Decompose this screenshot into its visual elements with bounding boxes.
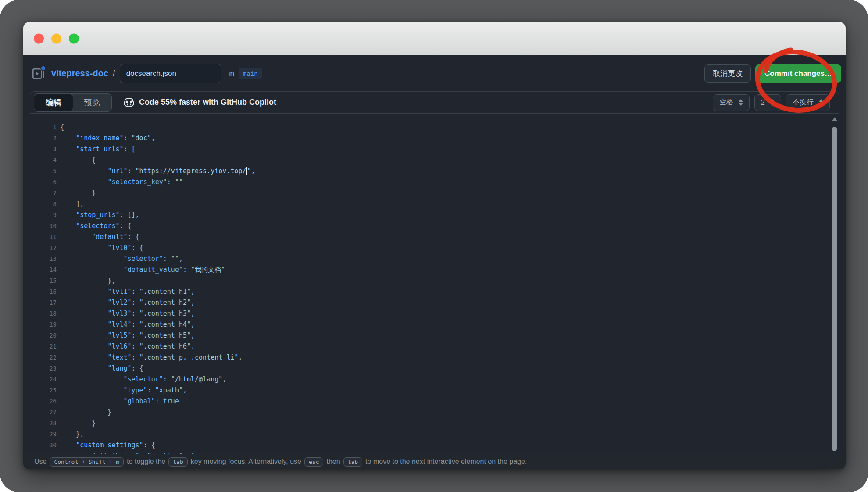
- code-token: [60, 397, 124, 405]
- window-titlebar: [23, 22, 846, 55]
- code-line[interactable]: 23 "lang": {: [30, 363, 831, 374]
- code-line[interactable]: 20 "lvl5": ".content h5",: [30, 330, 831, 341]
- indent-mode-select[interactable]: 空格: [713, 94, 750, 111]
- code-line[interactable]: 28 }: [30, 418, 831, 429]
- code-line-content: "selector": "",: [60, 253, 183, 264]
- editor-scrollbar[interactable]: [831, 115, 838, 453]
- code-line[interactable]: 22 "text": ".content p, .content li",: [30, 352, 831, 363]
- edit-preview-tabs: 编辑 预览: [34, 93, 112, 112]
- code-line[interactable]: 1{: [30, 122, 831, 133]
- code-line[interactable]: 7 }: [30, 188, 831, 199]
- code-token: ,: [222, 375, 226, 383]
- code-editor[interactable]: 1{2 "index_name": "doc",3 "start_urls": …: [30, 114, 831, 454]
- editor-panel: 编辑 预览 Code 55% faster with GitHub Copilo…: [30, 91, 839, 454]
- line-number: 21: [30, 341, 57, 352]
- chevron-updown-icon: [739, 99, 743, 106]
- code-line[interactable]: 16 "lvl1": ".content h1",: [30, 286, 831, 297]
- code-token: :: [132, 342, 139, 350]
- code-line[interactable]: 19 "lvl4": ".content h4",: [30, 319, 831, 330]
- line-number: 3: [30, 144, 57, 155]
- kbd-shortcut: tab: [343, 457, 362, 467]
- code-line[interactable]: 30 "custom_settings": {: [30, 440, 831, 451]
- code-line[interactable]: 24 "selector": "/html/@lang",: [30, 374, 831, 385]
- code-token: ".content h2": [139, 299, 191, 307]
- code-line[interactable]: 15 },: [30, 275, 831, 286]
- scrollbar-thumb[interactable]: [832, 127, 837, 451]
- code-line[interactable]: 9 "stop_urls": [],: [30, 210, 831, 221]
- code-line[interactable]: 27 }: [30, 407, 831, 418]
- line-number: 28: [30, 418, 57, 429]
- accessibility-hint-bar: UseControl + Shift + mto toggle thetabke…: [23, 454, 846, 469]
- line-number: 14: [30, 264, 57, 275]
- code-line[interactable]: 31 "attributesForFaceting": [: [30, 451, 831, 454]
- code-line[interactable]: 13 "selector": "",: [30, 253, 831, 264]
- code-token: ".content h6": [139, 342, 191, 350]
- zoom-window-button[interactable]: [69, 33, 79, 43]
- code-token: [60, 364, 107, 372]
- code-line-content: ],: [60, 199, 84, 210]
- code-line[interactable]: 3 "start_urls": [: [30, 144, 831, 155]
- code-token: ".content h1": [139, 288, 191, 296]
- code-token: [60, 167, 107, 175]
- repo-name-link[interactable]: vitepress-doc: [51, 68, 108, 78]
- close-window-button[interactable]: [34, 33, 44, 43]
- code-line[interactable]: 21 "lvl6": ".content h6",: [30, 341, 831, 352]
- copilot-banner[interactable]: Code 55% faster with GitHub Copilot: [123, 97, 276, 108]
- code-line[interactable]: 11 "default": {: [30, 232, 831, 242]
- code-line[interactable]: 6 "selectors_key": "": [30, 177, 831, 188]
- commit-changes-button[interactable]: Commit changes…: [755, 64, 841, 83]
- line-number: 23: [30, 363, 57, 374]
- code-line-content: "default_value": "我的文档": [60, 264, 225, 275]
- minimize-window-button[interactable]: [51, 33, 61, 43]
- filename-input[interactable]: [120, 64, 221, 83]
- code-token: [60, 211, 76, 219]
- code-line[interactable]: 8 ],: [30, 199, 831, 210]
- code-token: {: [60, 123, 64, 131]
- screenshot-background: vitepress-doc / in main 取消更改 Commit chan…: [0, 0, 868, 492]
- tab-edit[interactable]: 编辑: [34, 93, 73, 112]
- line-number: 2: [30, 133, 57, 144]
- file-editor-header: vitepress-doc / in main 取消更改 Commit chan…: [23, 56, 846, 91]
- code-token: ".content h5": [139, 332, 191, 339]
- kbd-shortcut: esc: [304, 457, 323, 467]
- code-token: ,: [191, 342, 195, 350]
- code-line[interactable]: 29 },: [30, 429, 831, 440]
- scrollbar-up-icon[interactable]: [832, 117, 837, 121]
- line-number: 25: [30, 385, 57, 396]
- tab-preview[interactable]: 预览: [73, 94, 111, 111]
- code-token: ".content p, .content li": [139, 353, 239, 361]
- code-token: "type": [124, 386, 147, 394]
- code-line[interactable]: 12 "lvl0": {: [30, 242, 831, 253]
- code-token: "text": [107, 353, 131, 361]
- wrap-mode-select[interactable]: 不换行: [786, 94, 830, 111]
- code-token: ,: [191, 288, 195, 296]
- line-number: 29: [30, 429, 57, 440]
- line-number: 12: [30, 242, 57, 253]
- code-line[interactable]: 5 "url": "https://vitepress.yiov.top/",: [30, 166, 831, 177]
- code-line[interactable]: 4 {: [30, 155, 831, 166]
- code-line[interactable]: 17 "lvl2": ".content h2",: [30, 297, 831, 308]
- code-token: [60, 233, 92, 241]
- cancel-changes-button[interactable]: 取消更改: [704, 64, 751, 83]
- branch-badge[interactable]: main: [239, 68, 262, 79]
- code-line-content: "text": ".content p, .content li",: [60, 352, 242, 363]
- code-line[interactable]: 14 "default_value": "我的文档": [30, 264, 831, 275]
- code-line[interactable]: 18 "lvl3": ".content h3",: [30, 308, 831, 319]
- code-line[interactable]: 26 "global": true: [30, 396, 831, 407]
- code-line-content: "selectors": {: [60, 221, 132, 232]
- code-token: ": [247, 167, 251, 175]
- footer-text: to toggle the: [127, 458, 165, 466]
- code-line-content: "selectors_key": "": [60, 177, 183, 188]
- code-line-content: "start_urls": [: [60, 144, 136, 155]
- code-line[interactable]: 10 "selectors": {: [30, 221, 831, 232]
- code-line-content: {: [60, 122, 64, 133]
- code-token: "/html/@lang": [171, 375, 222, 383]
- code-token: "default": [92, 233, 127, 241]
- code-token: },: [60, 430, 84, 438]
- code-token: "lvl1": [107, 288, 131, 296]
- indent-size-select[interactable]: 2: [754, 94, 781, 111]
- code-line-content: "lvl0": {: [60, 242, 143, 253]
- code-line[interactable]: 25 "type": "xpath",: [30, 385, 831, 396]
- code-line[interactable]: 2 "index_name": "doc",: [30, 133, 831, 144]
- code-token: "我的文档": [191, 266, 225, 274]
